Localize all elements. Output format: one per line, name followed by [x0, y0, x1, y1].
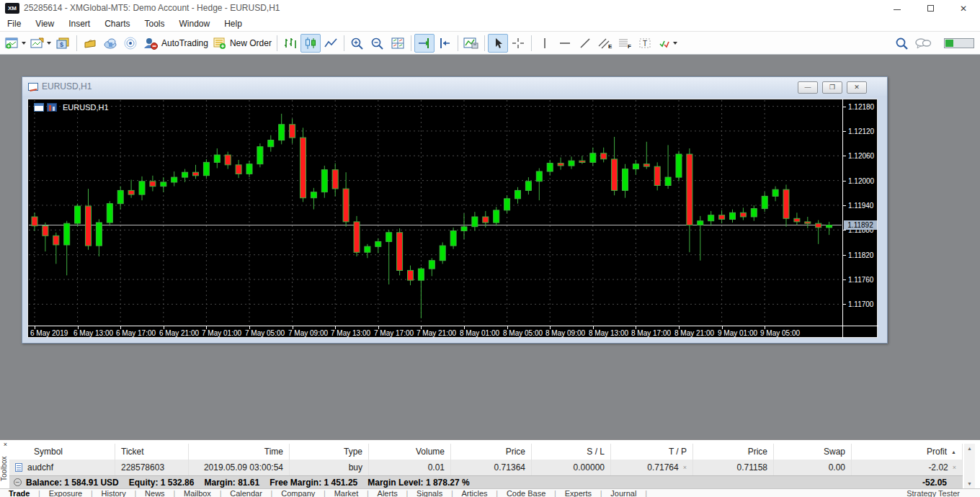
- column-header-sl[interactable]: S / L: [532, 444, 611, 460]
- tab-signals[interactable]: Signals: [408, 489, 451, 497]
- row-cell-tp[interactable]: 0.71764×: [611, 460, 693, 475]
- column-header-time[interactable]: Time: [189, 444, 290, 460]
- tab-exposure[interactable]: Exposure: [40, 489, 91, 497]
- column-header-ticket[interactable]: Ticket: [115, 444, 189, 460]
- trendline-tool-button[interactable]: [575, 34, 595, 53]
- cell-close-icon[interactable]: ×: [683, 464, 687, 471]
- chart-shift-button[interactable]: [435, 34, 455, 53]
- depth-of-market-icon[interactable]: [47, 103, 57, 112]
- text-tool-button[interactable]: T: [636, 34, 656, 53]
- tab-history[interactable]: History: [93, 489, 135, 497]
- cell-close-icon[interactable]: ×: [953, 464, 956, 471]
- chart-close-button[interactable]: ✕: [847, 81, 867, 94]
- row-cell-volume[interactable]: 0.01: [369, 460, 451, 475]
- chart-window-titlebar[interactable]: EURUSD,H1: [22, 77, 887, 96]
- bar-chart-mode-button[interactable]: [280, 34, 300, 53]
- search-button[interactable]: [892, 34, 912, 53]
- column-header-price[interactable]: Price: [451, 444, 532, 460]
- menu-item-view[interactable]: View: [28, 17, 61, 31]
- row-cell-ticket[interactable]: 228578603: [115, 460, 189, 475]
- crosshair-button[interactable]: [508, 34, 528, 53]
- column-header-type[interactable]: Type: [290, 444, 369, 460]
- vertical-line-tool-button[interactable]: [535, 34, 555, 53]
- new-order-button[interactable]: New Order: [210, 34, 274, 53]
- row-cell-type[interactable]: buy: [290, 460, 369, 475]
- row-cell-swap[interactable]: 0.00: [774, 460, 852, 475]
- row-cell-sl[interactable]: 0.00000: [532, 460, 611, 475]
- objects-dropdown-icon[interactable]: [673, 42, 677, 45]
- fibonacci-tool-button[interactable]: F: [615, 34, 636, 53]
- window-minimize-button[interactable]: [881, 0, 914, 17]
- strategy-tester-label[interactable]: Strategy Tester: [906, 489, 960, 497]
- time-axis-label: 6 May 21:00: [159, 329, 199, 337]
- candlestick-plot[interactable]: [29, 100, 842, 326]
- column-header-swap[interactable]: Swap: [774, 444, 852, 460]
- tab-alerts[interactable]: Alerts: [369, 489, 406, 497]
- time-axis-label: 8 May 17:00: [631, 329, 671, 337]
- collapse-icon[interactable]: −: [14, 478, 22, 486]
- tab-news[interactable]: News: [136, 489, 174, 497]
- chart-area[interactable]: 1.121801.121201.120601.120001.119401.118…: [27, 99, 878, 338]
- profiles-dropdown-icon[interactable]: [47, 42, 51, 45]
- tab-company[interactable]: Company: [272, 489, 324, 497]
- new-chart-dropdown-icon[interactable]: [22, 42, 26, 45]
- zoom-out-button[interactable]: [368, 34, 388, 53]
- scroll-down-icon[interactable]: ▼: [964, 479, 975, 488]
- tile-windows-button[interactable]: [388, 34, 408, 53]
- menu-item-window[interactable]: Window: [172, 17, 218, 31]
- indicators-button[interactable]: [461, 34, 481, 53]
- vps-cloud-button[interactable]: [100, 34, 120, 53]
- equidistant-channel-tool-button[interactable]: E: [595, 34, 615, 53]
- tab-articles[interactable]: Articles: [453, 489, 496, 497]
- positions-table-row[interactable]: audchf2285786032019.05.09 03:00:54buy0.0…: [9, 460, 963, 475]
- auto-scroll-button[interactable]: [414, 34, 435, 53]
- tab-code-base[interactable]: Code Base: [498, 489, 554, 497]
- column-header-volume[interactable]: Volume: [369, 444, 451, 460]
- row-cell-price[interactable]: 0.71364: [451, 460, 532, 475]
- row-cell-profit[interactable]: -2.02×: [852, 460, 963, 475]
- autotrading-button[interactable]: AutoTrading: [141, 34, 210, 53]
- time-axis-label: 8 May 09:00: [545, 329, 585, 337]
- one-click-trading-icon[interactable]: [34, 103, 44, 112]
- price-tick: [842, 107, 846, 107]
- objects-dropdown-button[interactable]: [656, 34, 680, 53]
- horizontal-line-tool-button[interactable]: [555, 34, 575, 53]
- column-header-profit[interactable]: Profit▲: [852, 444, 963, 460]
- column-header-tp[interactable]: T / P: [611, 444, 693, 460]
- column-header-symbol[interactable]: Symbol: [9, 444, 115, 460]
- tab-market[interactable]: Market: [326, 489, 368, 497]
- chat-button[interactable]: [912, 34, 934, 53]
- time-axis[interactable]: 6 May 20196 May 13:006 May 17:006 May 21…: [29, 326, 842, 338]
- column-header-price[interactable]: Price: [693, 444, 774, 460]
- profiles-button[interactable]: [28, 34, 53, 53]
- menu-item-charts[interactable]: Charts: [97, 17, 137, 31]
- window-close-button[interactable]: ✕: [947, 0, 980, 17]
- signals-icon-button[interactable]: [120, 34, 141, 53]
- row-cell-time[interactable]: 2019.05.09 03:00:54: [189, 460, 290, 475]
- toolbox-scrollbar[interactable]: ▲ ▼: [964, 444, 975, 488]
- line-chart-mode-button[interactable]: [321, 34, 341, 53]
- cursor-button[interactable]: [488, 34, 508, 53]
- chart-restore-button[interactable]: ❐: [822, 81, 842, 94]
- menu-item-insert[interactable]: Insert: [61, 17, 97, 31]
- tab-calendar[interactable]: Calendar: [221, 489, 271, 497]
- scroll-up-icon[interactable]: ▲: [964, 444, 975, 453]
- window-maximize-button[interactable]: [914, 0, 947, 17]
- tab-journal[interactable]: Journal: [602, 489, 645, 497]
- candlestick-mode-button[interactable]: [300, 34, 321, 53]
- tab-experts[interactable]: Experts: [556, 489, 600, 497]
- row-cell-price[interactable]: 0.71158: [693, 460, 774, 475]
- row-cell-symbol[interactable]: audchf: [9, 460, 115, 475]
- tab-trade[interactable]: Trade: [0, 489, 38, 497]
- market-watch-button[interactable]: $: [53, 34, 74, 53]
- menu-item-file[interactable]: File: [0, 17, 28, 31]
- tab-mailbox[interactable]: Mailbox: [175, 489, 220, 497]
- toolbox-close-icon[interactable]: ×: [1, 441, 9, 449]
- chart-minimize-button[interactable]: —: [798, 81, 818, 94]
- market-icon-button[interactable]: [80, 34, 100, 53]
- price-axis[interactable]: 1.121801.121201.120601.120001.119401.118…: [842, 100, 878, 326]
- new-chart-button[interactable]: [3, 34, 28, 53]
- menu-item-tools[interactable]: Tools: [138, 17, 172, 31]
- zoom-in-button[interactable]: [347, 34, 368, 53]
- menu-item-help[interactable]: Help: [217, 17, 249, 31]
